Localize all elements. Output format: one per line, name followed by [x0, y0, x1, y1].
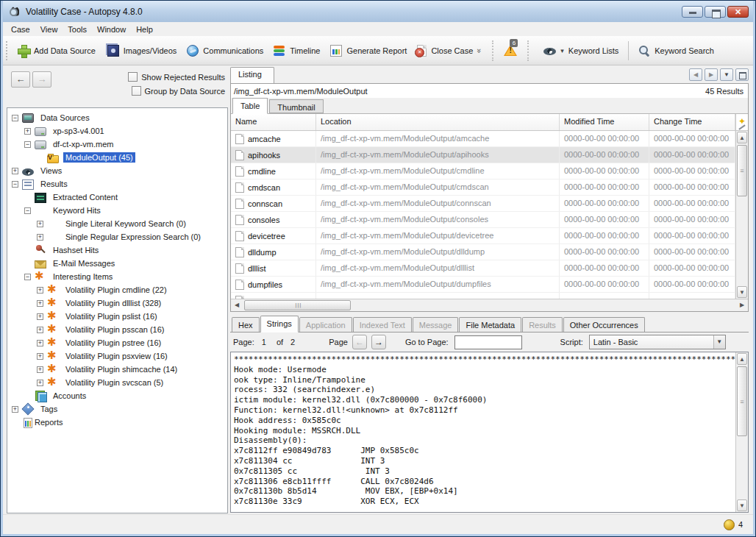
scrollbar-thumb[interactable]	[244, 300, 351, 310]
tab-table[interactable]: Table	[232, 98, 268, 114]
table-row[interactable]: connscan /img_df-ct-xp-vm.mem/ModuleOutp…	[231, 196, 735, 212]
ingest-warnings-button[interactable]: 6	[499, 42, 522, 59]
column-settings-button[interactable]	[736, 114, 748, 131]
tree-item-tags[interactable]: + Tags	[7, 402, 227, 416]
menu-item-view[interactable]: View	[35, 24, 63, 35]
tree-item-accounts[interactable]: Accounts	[7, 389, 227, 402]
group-by-data-source-checkbox[interactable]	[132, 86, 141, 96]
tree-item-hashset-hits[interactable]: Hashset Hits	[7, 243, 227, 257]
add-data-source-button[interactable]: Add Data Source	[13, 42, 101, 60]
progress-indicator-icon[interactable]	[724, 519, 735, 530]
table-row[interactable]	[231, 293, 735, 299]
expander-icon[interactable]: +	[37, 313, 43, 320]
tab-list-dropdown-button[interactable]: ▼	[720, 68, 733, 81]
tree-item-views[interactable]: + Views	[7, 164, 227, 177]
scroll-left-icon[interactable]: ◀	[231, 299, 243, 311]
table-row[interactable]: consoles /img_df-ct-xp-vm.mem/ModuleOutp…	[231, 212, 735, 228]
scroll-up-icon[interactable]: ▲	[737, 353, 747, 365]
close-button[interactable]	[727, 6, 749, 18]
history-back-button[interactable]: ←	[11, 71, 30, 88]
expander-icon[interactable]: +	[37, 366, 43, 373]
scroll-right-icon[interactable]: ▶	[736, 299, 748, 311]
table-row[interactable]: dumpfiles /img_df-ct-xp-vm.mem/ModuleOut…	[231, 277, 735, 293]
communications-button[interactable]: Communications	[182, 42, 268, 60]
tab-scroll-right-button[interactable]: ▶	[705, 68, 718, 81]
float-window-button[interactable]	[735, 68, 749, 81]
toolbar-drag-handle[interactable]	[6, 41, 9, 60]
tree-item-xp-sp3-v4-001[interactable]: + xp-sp3-v4.001	[7, 124, 227, 138]
menu-item-tools[interactable]: Tools	[63, 24, 92, 35]
menu-item-case[interactable]: Case	[6, 24, 35, 35]
menu-item-window[interactable]: Window	[92, 24, 131, 35]
expander-icon[interactable]: +	[12, 406, 18, 413]
column-header-change-time[interactable]: Change Time	[649, 114, 735, 130]
expander-icon[interactable]: −	[24, 274, 31, 280]
tab-other-occurrences[interactable]: Other Occurrences	[563, 317, 645, 332]
tab-strings[interactable]: Strings	[260, 316, 299, 332]
timeline-button[interactable]: Timeline	[268, 42, 325, 60]
vertical-scrollbar[interactable]: ▲ ▼	[735, 114, 748, 299]
column-header-location[interactable]: Location	[316, 114, 560, 130]
tab-application[interactable]: Application	[299, 317, 352, 332]
tree-item-data-sources[interactable]: − Data Sources	[7, 111, 227, 124]
scrollbar-thumb[interactable]	[737, 366, 747, 436]
expander-icon[interactable]: +	[37, 234, 43, 241]
tab-results[interactable]: Results	[522, 317, 563, 332]
tree-item-volatility-plugin-psxview-16[interactable]: + Volatility Plugin psxview (16)	[7, 349, 227, 363]
tree-item-results[interactable]: − Results	[7, 177, 227, 191]
column-header-modified-time[interactable]: Modified Time	[560, 114, 649, 130]
expander-icon[interactable]: +	[37, 287, 43, 294]
tree-item-volatility-plugin-pstree-16[interactable]: + Volatility Plugin pstree (16)	[7, 336, 227, 349]
expander-icon[interactable]: +	[37, 327, 43, 333]
tree-item-e-mail-messages[interactable]: E-Mail Messages	[7, 257, 227, 270]
expander-icon[interactable]: +	[37, 380, 43, 386]
table-row[interactable]: dlllist /img_df-ct-xp-vm.mem/ModuleOutpu…	[231, 260, 735, 277]
tree-item-keyword-hits[interactable]: − Keyword Hits	[7, 204, 227, 217]
tab-indexed-text[interactable]: Indexed Text	[353, 317, 412, 332]
tree-item-extracted-content[interactable]: Extracted Content	[7, 191, 227, 204]
tree-item-reports[interactable]: Reports	[7, 416, 227, 429]
scrollbar-thumb[interactable]	[737, 145, 747, 196]
keyword-search-button[interactable]: Keyword Search	[633, 42, 719, 60]
expander-icon[interactable]: +	[37, 340, 43, 346]
vertical-scrollbar[interactable]: ▲ ▼	[735, 352, 748, 512]
scroll-down-icon[interactable]: ▼	[737, 286, 747, 298]
table-row[interactable]: apihooks /img_df-ct-xp-vm.mem/ModuleOutp…	[231, 147, 735, 163]
tree-item-moduleoutput-45[interactable]: ModuleOutput (45)	[7, 151, 227, 164]
expander-icon[interactable]: −	[12, 115, 18, 121]
script-select[interactable]: Latin - Basic ▼	[589, 335, 726, 349]
tree-item-volatility-plugin-pslist-16[interactable]: + Volatility Plugin pslist (16)	[7, 310, 227, 323]
tree-item-df-ct-xp-vm-mem[interactable]: − df-ct-xp-vm.mem	[7, 138, 227, 151]
tab-thumbnail[interactable]: Thumbnail	[269, 99, 323, 113]
go-to-page-input[interactable]	[454, 335, 522, 349]
column-header-name[interactable]: Name	[231, 114, 316, 130]
tree-item-volatility-plugin-cmdline-22[interactable]: + Volatility Plugin cmdline (22)	[7, 283, 227, 296]
table-row[interactable]: cmdline /img_df-ct-xp-vm.mem/ModuleOutpu…	[231, 163, 735, 179]
keyword-lists-button[interactable]: ▾ Keyword Lists	[538, 43, 624, 58]
previous-page-button[interactable]: ←	[352, 335, 367, 349]
expander-icon[interactable]: −	[24, 207, 31, 214]
images-videos-button[interactable]: Images/Videos	[101, 42, 182, 60]
listing-tab[interactable]: Listing	[230, 67, 274, 83]
expander-icon[interactable]: −	[12, 181, 18, 188]
tab-file-metadata[interactable]: File Metadata	[459, 317, 521, 332]
table-row[interactable]: dlldump /img_df-ct-xp-vm.mem/ModuleOutpu…	[231, 244, 735, 260]
scroll-up-icon[interactable]: ▲	[737, 132, 747, 143]
expander-icon[interactable]: +	[24, 128, 31, 135]
tab-scroll-left-button[interactable]: ◀	[689, 68, 702, 81]
show-rejected-results-checkbox[interactable]	[128, 72, 138, 82]
tab-hex[interactable]: Hex	[232, 317, 260, 332]
close-case-button[interactable]: Close Case »	[412, 42, 487, 60]
history-forward-button[interactable]: →	[32, 71, 51, 88]
minimize-button[interactable]	[682, 6, 703, 18]
horizontal-scrollbar[interactable]: ◀ ▶	[231, 299, 748, 311]
tree-item-interesting-items[interactable]: − Interesting Items	[7, 270, 227, 283]
table-row[interactable]: amcache /img_df-ct-xp-vm.mem/ModuleOutpu…	[231, 131, 735, 147]
tree-item-single-literal-keyword-search-0[interactable]: + Single Literal Keyword Search (0)	[7, 217, 227, 230]
next-page-button[interactable]: →	[371, 335, 386, 349]
generate-report-button[interactable]: Generate Report	[325, 42, 412, 60]
tree-item-volatility-plugin-psscan-16[interactable]: + Volatility Plugin psscan (16)	[7, 323, 227, 336]
expander-icon[interactable]: +	[37, 221, 43, 227]
menu-item-help[interactable]: Help	[131, 24, 158, 35]
expander-icon[interactable]: −	[24, 141, 31, 148]
